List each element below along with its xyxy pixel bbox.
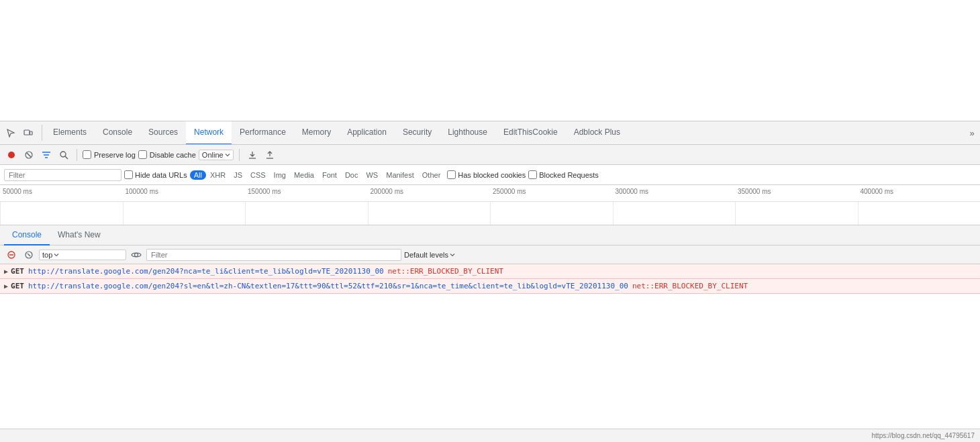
timeline-label: 200000 ms — [368, 188, 491, 200]
svg-rect-0 — [24, 130, 30, 135]
tab-performance[interactable]: Performance — [232, 121, 294, 145]
timeline-label: 100000 ms — [123, 188, 246, 200]
timeline-label: 50000 ms — [0, 188, 123, 200]
browser-top-area — [0, 0, 980, 121]
toolbar-separator-1 — [77, 149, 77, 161]
svg-point-16 — [135, 253, 138, 256]
disable-cache-label[interactable]: Disable cache — [138, 150, 196, 159]
log-entry-method: GET — [11, 282, 24, 290]
network-filter-bar: Hide data URLs AllXHRJSCSSImgMediaFontDo… — [0, 165, 980, 185]
timeline-label: 300000 ms — [613, 188, 736, 200]
export-har-button[interactable] — [262, 148, 277, 162]
svg-point-2 — [8, 152, 15, 158]
tab-console[interactable]: Console — [95, 121, 140, 145]
log-entry: ▶GEThttp://translate.google.com/gen204?s… — [0, 279, 980, 294]
clear-network-log-button[interactable] — [21, 148, 36, 162]
disable-cache-checkbox[interactable] — [138, 150, 147, 159]
clear-console-button[interactable] — [4, 247, 19, 262]
timeline-grid-line — [735, 202, 736, 225]
timeline-grid-line — [368, 202, 369, 225]
status-bar: https://blog.csdn.net/qq_44795617 — [0, 429, 980, 442]
log-entry-error: net::ERR_BLOCKED_BY_CLIENT — [632, 282, 748, 290]
inspect-element-icon[interactable] — [3, 125, 19, 141]
more-tabs-icon[interactable]: » — [964, 125, 980, 141]
show-filter-bar-button[interactable] — [39, 148, 54, 162]
timeline-grid-line — [123, 202, 124, 225]
svg-line-4 — [27, 153, 31, 157]
tab-sources[interactable]: Sources — [140, 121, 186, 145]
context-dropdown-arrow-icon — [54, 252, 59, 258]
network-filter-input[interactable] — [4, 169, 121, 181]
log-entry: ▶GEThttp://translate.google.com/gen204?n… — [0, 264, 980, 279]
tab-editthiscookie[interactable]: EditThisCookie — [495, 121, 566, 145]
tab-elements[interactable]: Elements — [45, 121, 95, 145]
filter-type-img-button[interactable]: Img — [270, 170, 290, 180]
log-entry-expand-arrow[interactable]: ▶ — [4, 282, 8, 290]
timeline-grid-line — [613, 202, 614, 225]
blocked-requests-label[interactable]: Blocked Requests — [528, 170, 599, 179]
hide-data-urls-label[interactable]: Hide data URLs — [124, 170, 187, 179]
console-toolbar: top Default levels — [0, 245, 980, 264]
timeline-labels: 50000 ms100000 ms150000 ms200000 ms25000… — [0, 185, 980, 202]
log-entry-expand-arrow[interactable]: ▶ — [4, 268, 8, 275]
record-network-log-button[interactable] — [4, 148, 19, 162]
toolbar-separator-2 — [239, 149, 240, 161]
svg-line-9 — [65, 156, 68, 159]
svg-rect-1 — [30, 131, 33, 135]
timeline-label: 150000 ms — [245, 188, 368, 200]
has-blocked-cookies-checkbox[interactable] — [447, 170, 456, 179]
search-network-button[interactable] — [56, 148, 71, 162]
live-expressions-button[interactable] — [129, 247, 144, 262]
filter-type-all-button[interactable]: All — [190, 170, 206, 180]
filter-type-other-button[interactable]: Other — [418, 170, 445, 180]
tab-adblock-plus[interactable]: Adblock Plus — [566, 121, 628, 145]
devtools-panel: Elements Console Sources Network Perform… — [0, 121, 980, 442]
log-entry-method: GET — [11, 267, 24, 276]
whats-new-tab[interactable]: What's New — [50, 225, 109, 245]
console-filter-input[interactable] — [146, 249, 401, 261]
log-entry-url[interactable]: http://translate.google.com/gen204?nca=t… — [28, 267, 384, 276]
console-area: Console What's New — [0, 225, 980, 429]
svg-point-8 — [60, 152, 66, 157]
network-timeline: 50000 ms100000 ms150000 ms200000 ms25000… — [0, 185, 980, 225]
show-console-sidebar-button[interactable] — [21, 247, 36, 262]
svg-line-15 — [28, 254, 30, 256]
tab-network[interactable]: Network — [186, 121, 232, 145]
has-blocked-cookies-label[interactable]: Has blocked cookies — [447, 170, 526, 179]
preserve-log-label[interactable]: Preserve log — [83, 150, 136, 159]
timeline-label: 400000 ms — [858, 188, 981, 200]
filter-type-js-button[interactable]: JS — [230, 170, 246, 180]
tab-application[interactable]: Application — [339, 121, 395, 145]
console-drawer-tab[interactable]: Console — [4, 225, 50, 245]
console-tab-bar: Console What's New — [0, 225, 980, 245]
network-throttle-dropdown[interactable]: Online — [199, 150, 234, 160]
hide-data-urls-checkbox[interactable] — [124, 170, 133, 179]
filter-type-manifest-button[interactable]: Manifest — [382, 170, 418, 180]
log-entries: ▶GEThttp://translate.google.com/gen204?n… — [0, 264, 980, 294]
console-context-selector[interactable]: top — [39, 250, 126, 260]
levels-dropdown-arrow-icon — [450, 252, 455, 258]
timeline-grid-line — [858, 202, 859, 225]
filter-type-xhr-button[interactable]: XHR — [206, 170, 230, 180]
filter-type-media-button[interactable]: Media — [290, 170, 318, 180]
filter-type-css-button[interactable]: CSS — [246, 170, 270, 180]
timeline-chart — [0, 202, 980, 225]
blocked-requests-checkbox[interactable] — [528, 170, 537, 179]
import-har-button[interactable] — [245, 148, 260, 162]
filter-type-font-button[interactable]: Font — [318, 170, 341, 180]
timeline-label: 350000 ms — [735, 188, 858, 200]
dropdown-arrow-icon — [225, 152, 230, 158]
tab-security[interactable]: Security — [395, 121, 440, 145]
log-entry-url[interactable]: http://translate.google.com/gen204?sl=en… — [28, 282, 628, 290]
tab-lighthouse[interactable]: Lighthouse — [440, 121, 495, 145]
preserve-log-checkbox[interactable] — [83, 150, 91, 159]
timeline-grid-line — [0, 202, 1, 225]
timeline-label: 250000 ms — [490, 188, 613, 200]
log-entry-error: net::ERR_BLOCKED_BY_CLIENT — [388, 267, 503, 276]
timeline-grid-line — [245, 202, 246, 225]
filter-type-ws-button[interactable]: WS — [362, 170, 382, 180]
tab-memory[interactable]: Memory — [294, 121, 339, 145]
default-levels-button[interactable]: Default levels — [404, 251, 455, 259]
device-toolbar-icon[interactable] — [20, 125, 36, 141]
filter-type-doc-button[interactable]: Doc — [341, 170, 362, 180]
